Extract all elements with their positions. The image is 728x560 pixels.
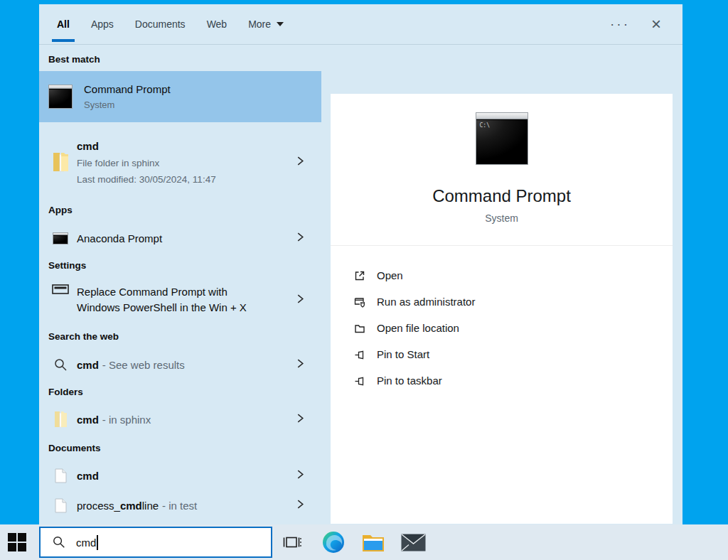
close-button[interactable]: ×	[651, 17, 661, 31]
result-cmd-folder-sphinx[interactable]: cmd- in sphinx	[39, 406, 331, 432]
microsoft-edge-icon	[322, 531, 345, 554]
tab-web-label: Web	[207, 18, 228, 30]
matched-text: cmd	[77, 359, 99, 371]
search-icon	[48, 358, 73, 372]
search-input-value: cmd	[76, 537, 96, 549]
open-icon	[353, 270, 366, 281]
preview-subtitle: System	[331, 212, 673, 224]
desktop-background: All Apps Documents Web More ··· × Best m…	[0, 0, 728, 560]
mail-button[interactable]	[397, 524, 429, 560]
result-note: - in sphinx	[102, 414, 151, 426]
document-icon	[48, 498, 73, 513]
task-view-button[interactable]	[276, 524, 309, 560]
chevron-right-icon[interactable]	[296, 499, 305, 512]
result-prefix: process_	[77, 500, 120, 512]
result-title: cmd	[77, 140, 216, 152]
chevron-right-icon[interactable]	[296, 358, 305, 371]
preview-pane: C:\ Command Prompt System Open	[331, 94, 673, 524]
matched-text: cmd	[77, 414, 99, 426]
chevron-right-icon[interactable]	[296, 294, 305, 306]
tab-all-label: All	[57, 18, 70, 30]
result-cmd-web-search[interactable]: cmd- See web results	[39, 352, 331, 377]
search-tab-bar: All Apps Documents Web More ··· ×	[39, 4, 682, 45]
terminal-icon	[48, 232, 73, 244]
action-pin-to-taskbar[interactable]: Pin to taskbar	[353, 367, 673, 394]
result-title: Anaconda Prompt	[77, 232, 162, 244]
search-the-web-header: Search the web	[48, 331, 331, 342]
settings-header: Settings	[48, 260, 331, 271]
taskbar: cmd	[0, 524, 728, 560]
task-view-icon	[283, 534, 301, 550]
best-match-header: Best match	[48, 54, 331, 65]
result-cmd-document[interactable]: cmd	[39, 463, 331, 488]
command-prompt-icon	[48, 85, 73, 109]
document-icon	[48, 468, 73, 483]
action-label: Run as administrator	[377, 296, 475, 308]
result-replace-command-prompt-setting[interactable]: Replace Command Prompt with Windows Powe…	[39, 280, 331, 320]
tab-web[interactable]: Web	[207, 4, 228, 44]
result-process-cmdline-document[interactable]: process_cmdline- in test	[39, 492, 331, 518]
chevron-right-icon[interactable]	[296, 156, 305, 168]
taskbar-search-input[interactable]: cmd	[39, 527, 272, 558]
file-explorer-button[interactable]	[357, 524, 390, 560]
result-rest: line	[142, 500, 159, 512]
action-label: Open	[377, 269, 403, 281]
tab-all[interactable]: All	[57, 4, 70, 44]
result-title: Command Prompt	[84, 83, 171, 95]
folders-header: Folders	[48, 387, 331, 397]
chevron-right-icon[interactable]	[296, 232, 305, 244]
chevron-right-icon[interactable]	[296, 469, 305, 482]
windows-start-button[interactable]	[0, 524, 34, 560]
mail-icon	[401, 534, 426, 551]
apps-header: Apps	[48, 205, 331, 215]
pin-icon	[353, 349, 366, 360]
action-label: Open file location	[377, 322, 459, 334]
result-note: - in test	[162, 500, 197, 512]
context-actions-list: Open Run as administrator	[331, 246, 673, 394]
tab-documents-label: Documents	[135, 18, 186, 30]
tab-more[interactable]: More	[248, 4, 284, 44]
tab-documents[interactable]: Documents	[135, 4, 186, 44]
matched-text: cmd	[77, 470, 99, 482]
result-cmd-folder[interactable]: cmd File folder in sphinx Last modified:…	[39, 131, 331, 193]
preview-title: Command Prompt	[331, 186, 673, 206]
overflow-menu-button[interactable]: ···	[610, 21, 630, 28]
text-cursor	[97, 535, 98, 550]
pin-icon	[353, 375, 366, 387]
run-as-administrator-icon	[353, 296, 366, 308]
tab-more-label: More	[248, 18, 271, 30]
open-file-location-icon	[353, 323, 366, 334]
search-flyout-panel: All Apps Documents Web More ··· × Best m…	[39, 4, 682, 524]
file-explorer-icon	[362, 533, 385, 552]
command-prompt-icon-text: C:\	[480, 122, 490, 129]
microsoft-edge-button[interactable]	[317, 524, 350, 560]
matched-text: cmd	[120, 500, 142, 512]
display-icon	[48, 284, 73, 294]
chevron-down-icon	[277, 22, 284, 26]
chevron-right-icon[interactable]	[296, 413, 305, 426]
result-subtitle: File folder in sphinx	[77, 158, 216, 168]
result-anaconda-prompt[interactable]: Anaconda Prompt	[39, 225, 331, 251]
result-subtitle: System	[84, 99, 171, 110]
windows-logo-icon	[8, 533, 26, 551]
action-open-file-location[interactable]: Open file location	[353, 315, 673, 341]
command-prompt-icon: C:\	[476, 112, 528, 165]
search-results-list: Best match Command Prompt System	[39, 45, 331, 518]
action-open[interactable]: Open	[353, 262, 673, 289]
folder-icon	[48, 151, 73, 173]
action-pin-to-start[interactable]: Pin to Start	[353, 341, 673, 367]
action-label: Pin to taskbar	[377, 375, 442, 387]
result-detail: Last modified: 30/05/2024, 11:47	[77, 174, 216, 185]
best-match-result-command-prompt[interactable]: Command Prompt System	[39, 71, 321, 122]
result-title: Replace Command Prompt with Windows Powe…	[77, 284, 247, 316]
documents-header: Documents	[48, 443, 331, 453]
tab-apps-label: Apps	[91, 18, 114, 30]
result-note: - See web results	[102, 359, 185, 371]
folder-icon	[48, 411, 73, 428]
tab-apps[interactable]: Apps	[91, 4, 114, 44]
search-icon	[53, 536, 65, 549]
action-label: Pin to Start	[377, 348, 429, 360]
action-run-as-administrator[interactable]: Run as administrator	[353, 289, 673, 315]
